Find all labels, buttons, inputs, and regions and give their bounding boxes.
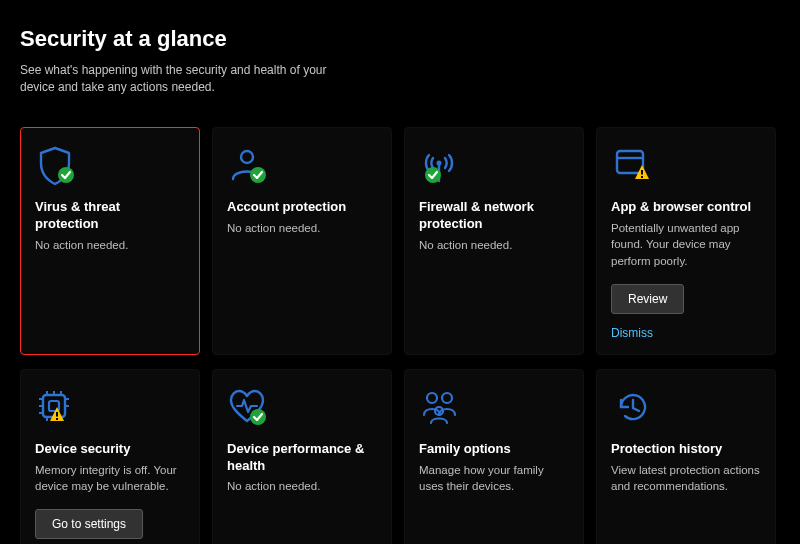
tile-title: Family options (419, 441, 569, 458)
tile-desc: No action needed. (227, 220, 377, 237)
svg-point-26 (427, 393, 437, 403)
tile-desc: No action needed. (35, 237, 185, 254)
tile-desc: Potentially unwanted app found. Your dev… (611, 220, 761, 270)
tile-title: Virus & threat protection (35, 199, 185, 233)
security-dashboard: Security at a glance See what's happenin… (0, 0, 800, 544)
family-icon (419, 387, 569, 431)
page-title: Security at a glance (20, 26, 780, 52)
tile-app-browser[interactable]: App & browser control Potentially unwant… (596, 127, 776, 355)
window-icon (611, 145, 761, 189)
tile-title: Firewall & network protection (419, 199, 569, 233)
tile-protection-history[interactable]: Protection history View latest protectio… (596, 369, 776, 544)
tile-desc: No action needed. (419, 237, 569, 254)
tile-title: Account protection (227, 199, 377, 216)
tile-account-protection[interactable]: Account protection No action needed. (212, 127, 392, 355)
svg-rect-9 (641, 176, 643, 178)
svg-point-1 (241, 151, 253, 163)
svg-rect-24 (56, 418, 58, 420)
heartbeat-icon (227, 387, 377, 431)
tile-desc: Memory integrity is off. Your device may… (35, 462, 185, 495)
tile-desc: View latest protection actions and recom… (611, 462, 761, 495)
svg-rect-23 (56, 412, 58, 417)
dismiss-link[interactable]: Dismiss (611, 326, 653, 340)
svg-rect-8 (641, 170, 643, 175)
tile-title: Device performance & health (227, 441, 377, 475)
tile-device-performance[interactable]: Device performance & health No action ne… (212, 369, 392, 544)
shield-icon (35, 145, 185, 189)
review-button[interactable]: Review (611, 284, 684, 314)
tile-firewall[interactable]: Firewall & network protection No action … (404, 127, 584, 355)
tile-title: Protection history (611, 441, 761, 458)
tile-title: App & browser control (611, 199, 761, 216)
tile-title: Device security (35, 441, 185, 458)
svg-point-25 (250, 409, 266, 425)
page-subtitle: See what's happening with the security a… (20, 62, 360, 97)
svg-point-5 (425, 167, 441, 183)
tiles-grid: Virus & threat protection No action need… (20, 127, 780, 544)
chip-icon (35, 387, 185, 431)
person-icon (227, 145, 377, 189)
antenna-icon (419, 145, 569, 189)
go-to-settings-button[interactable]: Go to settings (35, 509, 143, 539)
svg-point-2 (250, 167, 266, 183)
tile-desc: No action needed. (227, 478, 377, 495)
svg-rect-6 (617, 151, 643, 173)
tile-device-security[interactable]: Device security Memory integrity is off.… (20, 369, 200, 544)
tile-desc: Manage how your family uses their device… (419, 462, 569, 495)
tile-family-options[interactable]: Family options Manage how your family us… (404, 369, 584, 544)
history-icon (611, 387, 761, 431)
tile-virus-threat[interactable]: Virus & threat protection No action need… (20, 127, 200, 355)
svg-point-0 (58, 167, 74, 183)
svg-point-27 (442, 393, 452, 403)
